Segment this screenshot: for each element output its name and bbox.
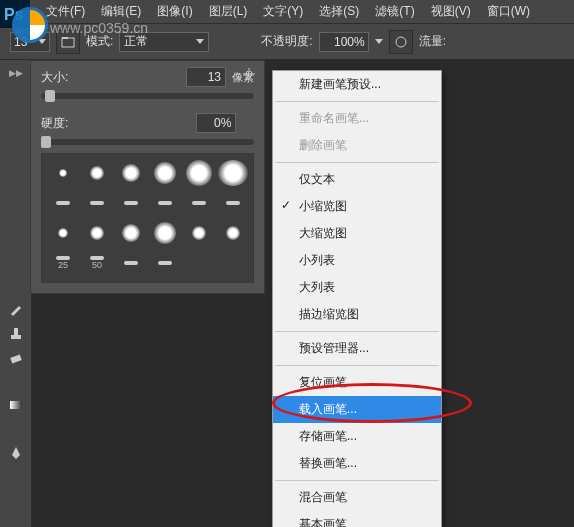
menu-layer[interactable]: 图层(L) [201,3,256,20]
menu-item-label: 新建画笔预设... [299,77,381,91]
pressure-icon [394,35,408,49]
gradient-icon [8,397,24,413]
menu-item[interactable]: 复位画笔... [273,369,441,396]
brush-swatch[interactable] [184,160,214,186]
tool-slot[interactable] [2,130,30,152]
gear-icon [242,67,256,81]
menu-item-label: 小列表 [299,253,335,267]
chevron-down-icon[interactable] [375,39,383,44]
menu-item[interactable]: 基本画笔 [273,511,441,527]
brush-swatch[interactable] [48,160,78,186]
brush-swatch[interactable] [218,220,248,246]
toolbox-collapse[interactable]: ▶▶ [0,66,31,80]
panel-menu-button[interactable] [242,67,256,84]
toolbox: ▶▶ [0,60,32,527]
app-logo: Ps [0,0,60,50]
menu-select[interactable]: 选择(S) [311,3,367,20]
menu-item[interactable]: 存储画笔... [273,423,441,450]
tool-eraser[interactable] [2,346,30,368]
menu-view[interactable]: 视图(V) [423,3,479,20]
tool-slot[interactable] [2,490,30,512]
hardness-slider[interactable] [41,139,254,145]
menu-item-label: 删除画笔 [299,138,347,152]
brush-preset-panel: 大小: 13 像素 硬度: 0% px 2550 [30,60,265,294]
brush-swatch[interactable]: 25 [48,250,78,276]
menu-item-label: 仅文本 [299,172,335,186]
brush-swatch[interactable] [116,190,146,216]
menu-separator [275,162,439,163]
tool-slot[interactable] [2,82,30,104]
brush-swatch[interactable] [218,160,248,186]
opacity-input[interactable]: 100% [319,32,369,52]
tool-slot[interactable] [2,274,30,296]
brush-swatch[interactable] [218,190,248,216]
swatch-size-label: 50 [92,260,102,270]
menu-item[interactable]: 仅文本 [273,166,441,193]
flow-label: 流量: [419,33,446,50]
hardness-label: 硬度: [41,115,68,132]
menu-item-label: 替换画笔... [299,456,357,470]
brush-swatch[interactable] [150,160,180,186]
size-input[interactable]: 13 [186,67,226,87]
pressure-opacity-button[interactable] [389,30,413,54]
tool-slot[interactable] [2,466,30,488]
menu-filter[interactable]: 滤镜(T) [367,3,422,20]
menu-item[interactable]: 大列表 [273,274,441,301]
pen-icon [8,445,24,461]
menu-edit[interactable]: 编辑(E) [93,3,149,20]
brush-swatch[interactable] [82,160,112,186]
menu-item[interactable]: 描边缩览图 [273,301,441,328]
tool-slot[interactable] [2,178,30,200]
svg-rect-7 [14,328,18,335]
menu-type[interactable]: 文字(Y) [255,3,311,20]
brush-swatch[interactable] [82,190,112,216]
tool-slot[interactable] [2,154,30,176]
menu-item[interactable]: 小列表 [273,247,441,274]
brush-swatch[interactable] [116,160,146,186]
tool-gradient[interactable] [2,394,30,416]
tool-slot[interactable] [2,226,30,248]
opacity-value: 100% [334,35,365,49]
tool-stamp[interactable] [2,322,30,344]
menu-item[interactable]: 载入画笔... [273,396,441,423]
size-slider[interactable] [41,93,254,99]
menu-separator [275,480,439,481]
menu-item[interactable]: 混合画笔 [273,484,441,511]
brush-swatch[interactable] [184,220,214,246]
menu-item[interactable]: ✓小缩览图 [273,193,441,220]
menu-item[interactable]: 替换画笔... [273,450,441,477]
tool-pen[interactable] [2,442,30,464]
brush-swatch[interactable] [48,190,78,216]
tool-slot[interactable] [2,370,30,392]
brush-swatch[interactable] [150,220,180,246]
tool-slot[interactable] [2,250,30,272]
tool-slot[interactable] [2,418,30,440]
menu-item[interactable]: 大缩览图 [273,220,441,247]
menu-separator [275,101,439,102]
menu-window[interactable]: 窗口(W) [479,3,538,20]
tool-brush[interactable] [2,298,30,320]
brush-swatch[interactable] [116,250,146,276]
brush-swatch[interactable] [82,220,112,246]
menu-separator [275,331,439,332]
menu-item-label: 混合画笔 [299,490,347,504]
menu-image[interactable]: 图像(I) [149,3,200,20]
watermark-text: www.pc0359.cn [50,20,148,36]
menu-item[interactable]: 预设管理器... [273,335,441,362]
swatch-size-label: 25 [58,260,68,270]
brush-swatch[interactable] [150,250,180,276]
brush-swatch[interactable] [184,190,214,216]
menu-item-label: 载入画笔... [299,402,357,416]
tool-slot[interactable] [2,202,30,224]
brush-swatch[interactable] [116,220,146,246]
svg-rect-8 [10,354,21,363]
eraser-icon [8,349,24,365]
chevron-down-icon [196,39,204,44]
menu-item[interactable]: 新建画笔预设... [273,71,441,98]
menu-item-label: 小缩览图 [299,199,347,213]
brush-swatch[interactable]: 50 [82,250,112,276]
tool-slot[interactable] [2,106,30,128]
brush-swatch[interactable] [150,190,180,216]
brush-swatch[interactable] [48,220,78,246]
hardness-input[interactable]: 0% [196,113,236,133]
